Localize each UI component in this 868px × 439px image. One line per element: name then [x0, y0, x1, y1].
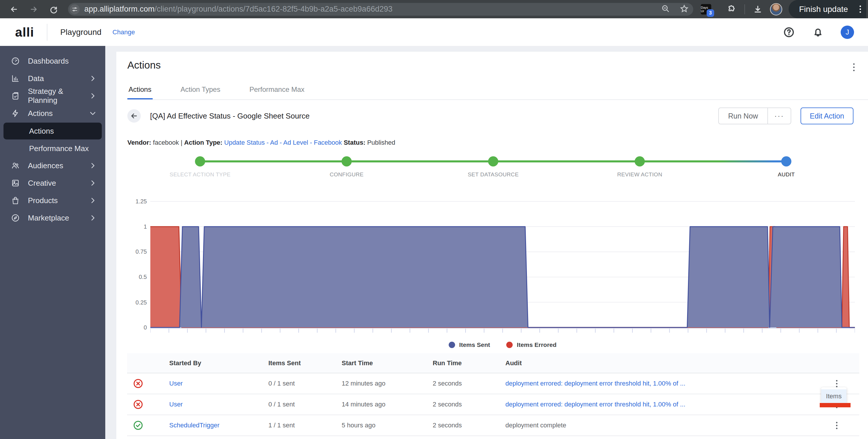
started-by-link[interactable]: User	[169, 401, 269, 408]
action-stepper: SELECT ACTION TYPE CONFIGURE SET DATASOU…	[116, 156, 868, 184]
status-value: Published	[367, 139, 396, 146]
sidebar-item-data[interactable]: Data	[0, 70, 105, 87]
downloads-icon[interactable]	[752, 3, 764, 15]
col-run-time: Run Time	[433, 360, 505, 367]
sidebar-item-audiences[interactable]: Audiences	[0, 157, 105, 174]
chart-legend: Items Sent Items Errored	[150, 341, 855, 348]
edit-action-button[interactable]: Edit Action	[801, 107, 854, 124]
tab-actions[interactable]: Actions	[127, 81, 153, 99]
sidebar-subitem-performance-max[interactable]: Performance Max	[0, 140, 105, 157]
chevron-right-icon	[89, 197, 97, 204]
step-dot-review-action[interactable]	[635, 156, 645, 167]
run-now-split-button: Run Now ···	[718, 107, 791, 124]
started-by-link[interactable]: ScheduledTrigger	[169, 421, 269, 429]
address-bar[interactable]: app.alliplatform.com/client/playground/a…	[68, 3, 693, 16]
alli-logo[interactable]: alli	[15, 25, 34, 39]
legend-items-sent: Items Sent	[449, 341, 490, 348]
table-row: User 0 / 1 sent 12 minutes ago 2 seconds…	[127, 373, 859, 394]
notifications-bell-icon[interactable]	[812, 26, 825, 39]
start-time-cell: 5 hours ago	[342, 421, 433, 429]
y-axis-label: 1.25	[116, 198, 147, 205]
row-menu-icon[interactable]	[831, 380, 842, 387]
header-divider	[47, 24, 48, 41]
popup-red-bar[interactable]	[820, 403, 850, 407]
step-dot-audit[interactable]	[781, 156, 792, 167]
people-icon	[11, 161, 20, 170]
vendor-label: Vendor:	[127, 139, 151, 146]
error-status-icon	[133, 399, 143, 410]
browser-toolbar: app.alliplatform.com/client/playground/a…	[0, 0, 868, 18]
days-until-extension-icon[interactable]: Days Ur 3	[701, 4, 711, 14]
vendor-value: facebook	[153, 139, 179, 146]
items-sent-cell: 0 / 1 sent	[269, 401, 342, 408]
finish-update-button[interactable]: Finish update	[788, 0, 866, 18]
status-label: Status:	[344, 139, 366, 146]
chevron-right-icon	[89, 214, 97, 222]
sidebar-item-products[interactable]: Products	[0, 192, 105, 209]
y-axis-label: 0.5	[116, 274, 147, 280]
sidebar-item-actions[interactable]: Actions	[0, 105, 105, 122]
compass-icon	[11, 213, 20, 222]
change-client-link[interactable]: Change	[113, 29, 135, 36]
step-dot-select-action-type[interactable]	[195, 156, 205, 167]
chevron-right-icon	[89, 92, 97, 100]
table-row: ScheduledTrigger 1 / 1 sent 5 hours ago …	[127, 415, 859, 436]
meta-separator: |	[181, 139, 182, 146]
run-now-button[interactable]: Run Now	[719, 108, 767, 124]
gauge-icon	[11, 57, 20, 65]
row-menu-popup: Items	[820, 387, 850, 407]
sidebar-item-creative[interactable]: Creative	[0, 174, 105, 192]
audit-link[interactable]: deployment errored: deployment error thr…	[505, 401, 813, 408]
action-type-link[interactable]: Update Status - Ad - Ad Level - Facebook	[224, 139, 342, 146]
step-dot-set-datasource[interactable]	[488, 156, 498, 167]
col-items-sent: Items Sent	[269, 360, 342, 367]
tab-bar: Actions Action Types Performance Max	[127, 81, 868, 100]
bookmark-star-icon[interactable]	[680, 4, 689, 14]
start-time-cell: 12 minutes ago	[342, 380, 433, 387]
url-text: app.alliplatform.com/client/playground/a…	[84, 5, 393, 14]
browser-back-icon[interactable]	[8, 3, 20, 15]
y-axis-label: 0	[116, 324, 147, 331]
page-menu-icon[interactable]	[853, 63, 855, 71]
audit-link[interactable]: deployment errored: deployment error thr…	[505, 380, 813, 387]
tab-action-types[interactable]: Action Types	[179, 81, 222, 99]
stepper-line	[200, 160, 640, 162]
help-icon[interactable]	[782, 26, 795, 39]
site-settings-icon[interactable]	[70, 4, 80, 14]
chevron-down-icon	[89, 109, 97, 117]
popup-item-items[interactable]: Items	[821, 389, 846, 403]
run-time-cell: 2 seconds	[433, 401, 505, 408]
started-by-link[interactable]: User	[169, 380, 269, 387]
extensions-puzzle-icon[interactable]	[726, 3, 738, 15]
chevron-right-icon	[89, 179, 97, 187]
step-dot-configure[interactable]	[342, 156, 352, 167]
browser-profile-avatar[interactable]	[770, 3, 782, 15]
legend-items-errored: Items Errored	[506, 341, 557, 348]
sidebar-item-strategy-planning[interactable]: Strategy & Planning	[0, 87, 105, 105]
table-header-row: Started By Items Sent Start Time Run Tim…	[127, 353, 859, 373]
zoom-out-icon[interactable]	[661, 4, 670, 14]
step-label-configure: CONFIGURE	[271, 171, 422, 178]
runs-table: Started By Items Sent Start Time Run Tim…	[127, 353, 859, 436]
user-avatar[interactable]: J	[841, 26, 854, 39]
toolbar-separator	[744, 4, 745, 14]
run-time-cell: 2 seconds	[433, 421, 505, 429]
stepper-line-gradient	[640, 160, 786, 162]
tab-performance-max[interactable]: Performance Max	[248, 81, 306, 99]
sidebar-item-marketplace[interactable]: Marketplace	[0, 209, 105, 227]
back-button[interactable]	[127, 109, 141, 123]
browser-reload-icon[interactable]	[48, 3, 59, 15]
browser-forward-icon[interactable]	[28, 3, 39, 15]
lightning-icon	[11, 109, 20, 118]
area-chart-plot[interactable]	[150, 197, 855, 335]
sidebar-item-label: Data	[28, 74, 44, 83]
step-label-select-action-type: SELECT ACTION TYPE	[124, 171, 276, 178]
sidebar-item-label: Actions	[28, 109, 53, 118]
run-more-options-button[interactable]: ···	[768, 108, 790, 124]
row-menu-icon[interactable]	[831, 422, 842, 429]
sidebar-subitem-actions[interactable]: Actions	[3, 123, 102, 139]
runs-chart: 1.25 1 0.75 0.5 0.25 0	[116, 197, 868, 335]
sidebar-item-dashboards[interactable]: Dashboards	[0, 52, 105, 70]
image-icon	[11, 179, 20, 188]
browser-menu-icon[interactable]	[860, 5, 861, 13]
